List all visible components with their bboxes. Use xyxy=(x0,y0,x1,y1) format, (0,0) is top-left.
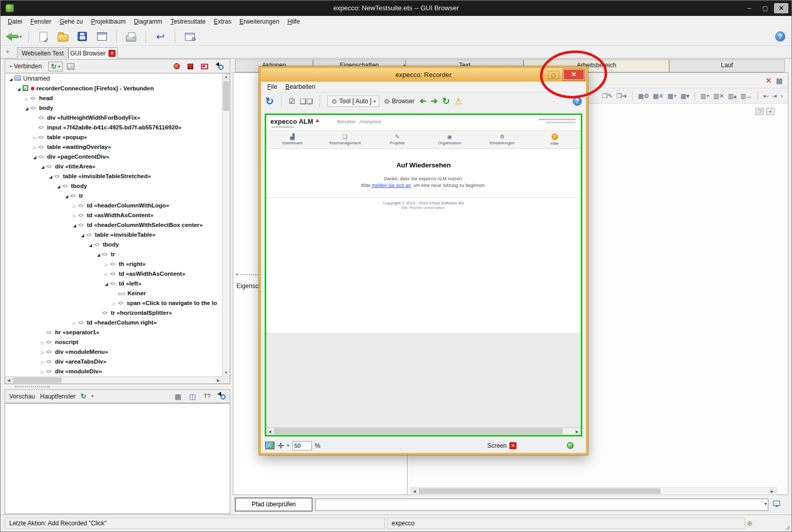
tab-first-icon[interactable] xyxy=(763,93,768,99)
scroll-right-icon[interactable]: ▶ xyxy=(215,377,222,384)
tab-webseiten-test[interactable]: Webseiten Test xyxy=(17,47,68,59)
undo-button[interactable] xyxy=(153,29,168,44)
expander-icon[interactable]: ▷ xyxy=(31,143,39,152)
edit-window-icon[interactable] xyxy=(602,93,613,99)
tab-gui-browser[interactable]: GUI Browser ✕ xyxy=(68,47,118,59)
grid-icon[interactable] xyxy=(175,393,181,400)
nav-back-button[interactable] xyxy=(419,97,426,105)
tree-node[interactable]: <>div «fullHeightWidthForBodyFix» xyxy=(5,113,222,123)
expander-icon[interactable]: ◢ xyxy=(95,250,102,259)
check-path-button[interactable]: Pfad überprüfen xyxy=(235,498,312,511)
tab-hauptfenster[interactable]: Hauptfenster xyxy=(40,393,76,400)
tree-node[interactable]: ◢<>tr xyxy=(5,250,222,259)
tree-node[interactable]: ▷<>head xyxy=(5,93,222,103)
preview-reload-icon[interactable] xyxy=(81,393,86,400)
text-inspect-icon[interactable] xyxy=(204,393,210,399)
expander-icon[interactable]: ◢ xyxy=(31,153,39,162)
tree-node[interactable]: ▷<>td «asWidthAsContent» xyxy=(5,269,222,279)
tree-node[interactable]: ▷<>th «right» xyxy=(5,259,222,269)
nav-item-dashboard[interactable]: Dashboard xyxy=(266,131,319,148)
scale-caret-icon[interactable]: ▾ xyxy=(287,443,289,448)
record-checks-button[interactable] xyxy=(289,98,296,105)
expander-icon[interactable]: ◢ xyxy=(23,104,30,113)
reload-split-button[interactable]: ▾ xyxy=(48,62,63,71)
screen-close-icon[interactable]: ✕ xyxy=(509,442,517,449)
expander-icon[interactable]: ◢ xyxy=(63,192,70,201)
tree-node[interactable]: ◢<>td «left» xyxy=(5,279,222,289)
scroll-thumb[interactable] xyxy=(223,81,229,111)
new-test-button[interactable] xyxy=(35,29,51,44)
scroll-left-icon[interactable]: ◀ xyxy=(411,488,418,495)
recorder-help-button[interactable]: ? xyxy=(573,97,582,106)
help-button[interactable]: ? xyxy=(775,31,785,42)
menu-item-fenster[interactable]: Fenster xyxy=(26,16,56,27)
tree-node[interactable]: ▷<>div «moduleDiv» xyxy=(5,367,222,376)
tree-node[interactable]: ◢<>table «invisibleTableStretched» xyxy=(5,172,222,181)
clear-icon[interactable] xyxy=(765,77,772,84)
select-windows-button[interactable] xyxy=(300,98,312,105)
tree-horizontal-scrollbar[interactable]: ◀ ▶ xyxy=(5,376,222,384)
path-input[interactable] xyxy=(316,499,759,510)
inspect-icon[interactable] xyxy=(216,63,224,70)
page-horizontal-scrollbar[interactable]: ◀ ▶ xyxy=(266,427,581,435)
expander-icon[interactable]: ▷ xyxy=(39,348,46,357)
tree-node[interactable]: ◢Unnamed xyxy=(5,74,222,84)
scroll-left-icon[interactable]: ◀ xyxy=(5,377,12,384)
capture-window-icon[interactable] xyxy=(201,64,208,69)
panel-splitter[interactable] xyxy=(5,384,230,389)
column-delete-icon[interactable] xyxy=(713,93,724,99)
tree-node[interactable]: ▷<>div «areaTabsDiv» xyxy=(5,357,222,367)
recorder-menu-bearbeiten[interactable]: Bearbeiten xyxy=(281,82,319,92)
inspect-pointer-icon[interactable] xyxy=(218,392,226,400)
maximize-button[interactable]: ▢ xyxy=(758,3,772,13)
windows-icon[interactable] xyxy=(189,393,196,400)
expander-icon[interactable]: ▷ xyxy=(31,133,39,142)
menu-item-projektbaum[interactable]: Projektbaum xyxy=(87,16,130,27)
scroll-thumb[interactable] xyxy=(13,377,62,383)
tree-node[interactable]: ▷<>span «Click to navigate to the lo xyxy=(5,298,222,308)
stop-icon[interactable] xyxy=(188,64,193,69)
tab-last-icon[interactable] xyxy=(772,93,777,99)
open-button[interactable] xyxy=(55,29,70,44)
overflow-icon[interactable] xyxy=(781,93,783,99)
scroll-left-icon[interactable]: ◀ xyxy=(266,428,273,435)
workspace-horizontal-scrollbar[interactable]: ◀ ▶ xyxy=(410,487,777,495)
expander-icon[interactable]: ◢ xyxy=(15,84,23,93)
grid-delete-icon[interactable] xyxy=(653,93,664,99)
tree-node[interactable]: ◢<>body xyxy=(5,103,222,113)
tree-node[interactable]: ▷<>div «moduleMenu» xyxy=(5,347,222,357)
table-icon[interactable] xyxy=(776,77,783,84)
menu-item-gehe-zu[interactable]: Gehe zu xyxy=(56,16,87,27)
collapse-icon[interactable]: ▾ xyxy=(236,272,238,277)
scroll-right-icon[interactable]: ▶ xyxy=(574,428,581,435)
expander-icon[interactable]: ◢ xyxy=(79,231,86,240)
nav-item-testmanagement[interactable]: Testmanagement xyxy=(319,131,371,148)
expander-icon[interactable]: ◢ xyxy=(87,240,94,250)
nav-item-projekte[interactable]: Projekte xyxy=(371,131,423,148)
tree-node[interactable]: ◢<>tbody xyxy=(5,240,222,250)
grid-export-icon[interactable] xyxy=(680,93,689,99)
expander-icon[interactable]: ◢ xyxy=(39,162,46,172)
expander-icon[interactable]: ◢ xyxy=(47,172,54,181)
tab-vorschau[interactable]: Vorschau xyxy=(9,393,35,400)
tree-node[interactable]: ▷<>td «asWidthAsContent» xyxy=(5,211,222,220)
recorder-close-button[interactable]: ✕ xyxy=(563,69,584,80)
settings-button[interactable] xyxy=(182,29,197,44)
scroll-down-icon[interactable]: ▼ xyxy=(223,369,230,376)
tree-node[interactable]: ◢<>div «titleArea» xyxy=(5,162,222,172)
tree-node[interactable]: ◢<>td «headerColumnWithSelectBox center» xyxy=(5,220,222,230)
browser-button[interactable]: Browser xyxy=(384,98,415,105)
tree-node[interactable]: ▷<>table «waitingOverlay» xyxy=(5,142,222,152)
expander-icon[interactable]: ▷ xyxy=(111,299,118,308)
menu-item-testresultate[interactable]: Testresultate xyxy=(167,16,210,27)
login-link[interactable]: melden Sie sich an xyxy=(372,183,411,188)
path-combobox[interactable]: ▾ xyxy=(315,499,768,511)
close-button[interactable]: ✕ xyxy=(774,3,788,13)
expander-icon[interactable]: ▷ xyxy=(71,211,78,220)
scroll-right-icon[interactable]: ▶ xyxy=(768,488,776,495)
scale-icon[interactable] xyxy=(278,442,284,449)
save-button[interactable] xyxy=(75,29,90,44)
menu-item-hilfe[interactable]: Hilfe xyxy=(283,16,304,27)
screen-picker-icon[interactable] xyxy=(773,501,780,506)
nav-item-organisation[interactable]: Organisation xyxy=(423,131,476,148)
